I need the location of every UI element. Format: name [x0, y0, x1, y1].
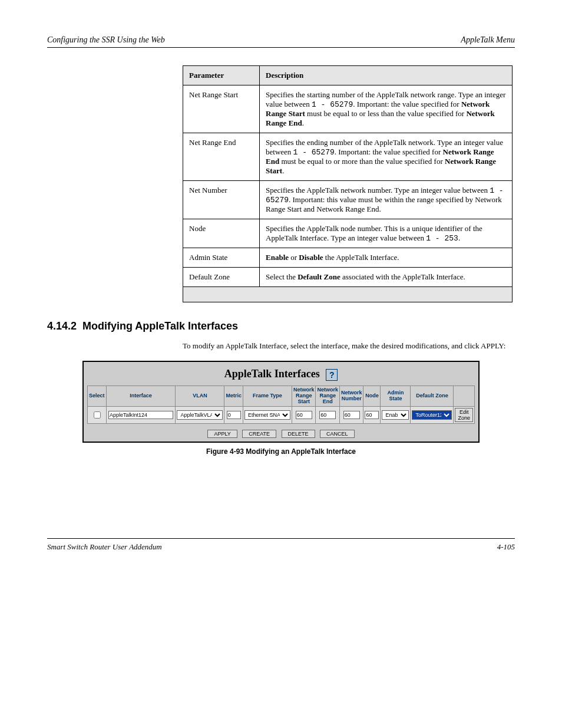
section-heading: 4.14.2Modifying AppleTalk Interfaces [47, 320, 515, 332]
col-frametype: Frame Type [243, 386, 292, 407]
param-cell: Net Range End [183, 133, 260, 181]
table-row: Net Range End Specifies the ending numbe… [183, 133, 513, 181]
metric-field[interactable] [227, 411, 241, 419]
parameters-table: Parameter Description Net Range Start Sp… [183, 65, 513, 302]
defaultzone-select[interactable]: ToRouter124 [412, 410, 452, 420]
nre-field[interactable] [319, 411, 336, 419]
frametype-select[interactable]: Ethernet SNAP [244, 410, 290, 420]
col-metric: Metric [224, 386, 243, 407]
defs-head-param: Parameter [183, 66, 260, 85]
desc-cell: Specifies the AppleTalk node number. Thi… [260, 219, 513, 248]
col-dz: Default Zone [411, 386, 454, 407]
vlan-select[interactable]: AppleTalkVLAN1 [177, 410, 223, 420]
window-title-bar: AppleTalk Interfaces ? [87, 368, 475, 381]
window-title: AppleTalk Interfaces [224, 368, 320, 380]
table-row: Node Specifies the AppleTalk node number… [183, 219, 513, 248]
param-cell: Net Number [183, 181, 260, 219]
footer-rule [47, 538, 515, 539]
table-row: AppleTalkVLAN1 Ethernet SNAP Enable ToRo… [88, 406, 475, 423]
interfaces-grid: Select Interface VLAN Metric Frame Type … [87, 386, 475, 424]
col-select: Select [88, 386, 107, 407]
footer-right: 4-105 [497, 542, 515, 552]
desc-cell: Specifies the AppleTalk network number. … [260, 181, 513, 219]
interface-field[interactable] [108, 411, 173, 419]
nrs-field[interactable] [296, 411, 312, 419]
param-cell: Node [183, 219, 260, 248]
window-button-row: APPLY CREATE DELETE CANCEL [87, 427, 475, 438]
desc-cell: Specifies the starting number of the App… [260, 85, 513, 133]
desc-cell: Specifies the ending number of the Apple… [260, 133, 513, 181]
header-right: AppleTalk Menu [461, 35, 515, 45]
col-vlan: VLAN [176, 386, 224, 407]
desc-cell: Enable or Disable the AppleTalk Interfac… [260, 248, 513, 268]
defs-body: Net Range Start Specifies the starting n… [183, 85, 513, 287]
adminstate-select[interactable]: Enable [382, 410, 409, 420]
page-header: Configuring the SSR Using the Web AppleT… [47, 35, 515, 45]
footer-left: Smart Switch Router User Addendum [47, 542, 162, 552]
col-node: Node [363, 386, 381, 407]
param-cell: Admin State [183, 248, 260, 268]
col-nre: Network Range End [316, 386, 340, 407]
col-admin: Admin State [381, 386, 411, 407]
apply-button[interactable]: APPLY [207, 430, 237, 438]
col-editzone [454, 386, 475, 407]
param-cell: Default Zone [183, 268, 260, 287]
section-para: To modify an AppleTalk Interface, select… [183, 341, 513, 351]
cancel-button[interactable]: CANCEL [320, 430, 355, 438]
param-cell: Net Range Start [183, 85, 260, 133]
figure-caption: Figure 4-93 Modifying an AppleTalk Inter… [82, 447, 480, 456]
editzone-button[interactable]: Edit Zone [455, 408, 473, 422]
node-field[interactable] [365, 411, 379, 419]
table-row: Net Number Specifies the AppleTalk netwo… [183, 181, 513, 219]
create-button[interactable]: CREATE [242, 430, 276, 438]
section-title: Modifying AppleTalk Interfaces [82, 320, 238, 332]
header-left: Configuring the SSR Using the Web [47, 35, 165, 45]
defs-head-desc: Description [260, 66, 513, 85]
appletalk-interfaces-window: AppleTalk Interfaces ? Select Interface … [82, 361, 480, 443]
table-row: Net Range Start Specifies the starting n… [183, 85, 513, 133]
table-row: Default Zone Select the Default Zone ass… [183, 268, 513, 287]
select-checkbox[interactable] [94, 411, 101, 419]
section-number: 4.14.2 [47, 320, 77, 332]
help-icon[interactable]: ? [326, 369, 338, 381]
desc-cell: Select the Default Zone associated with … [260, 268, 513, 287]
col-nn: Network Number [339, 386, 363, 407]
page-footer: Smart Switch Router User Addendum 4-105 [47, 542, 515, 552]
header-rule [47, 47, 515, 48]
col-nrs: Network Range Start [292, 386, 316, 407]
delete-button[interactable]: DELETE [282, 430, 315, 438]
defs-footer-spacer [183, 287, 513, 302]
nn-field[interactable] [343, 411, 360, 419]
col-interface: Interface [106, 386, 176, 407]
table-row: Admin State Enable or Disable the AppleT… [183, 248, 513, 268]
